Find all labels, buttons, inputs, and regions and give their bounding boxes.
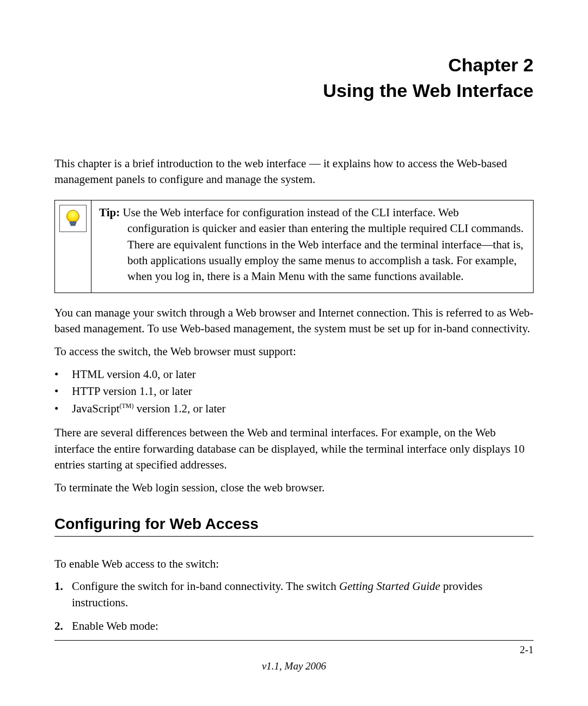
browser-requirements-list: HTML version 4.0, or later HTTP version … bbox=[54, 366, 534, 418]
tip-label: Tip: bbox=[99, 206, 120, 219]
list-item: HTTP version 1.1, or later bbox=[54, 383, 534, 400]
tip-box: Tip: Use the Web interface for configura… bbox=[54, 200, 534, 293]
section-heading: Configuring for Web Access bbox=[54, 515, 534, 533]
step1-italic: Getting Started Guide bbox=[339, 580, 440, 593]
svg-point-0 bbox=[67, 210, 79, 223]
lightbulb-icon bbox=[59, 205, 87, 232]
tip-content: Tip: Use the Web interface for configura… bbox=[91, 200, 533, 293]
version-info: v1.1, May 2006 bbox=[0, 660, 588, 672]
chapter-header: Chapter 2 Using the Web Interface bbox=[54, 54, 534, 101]
tip-first-line: Use the Web interface for configuration … bbox=[120, 206, 459, 219]
chapter-number: Chapter 2 bbox=[54, 54, 534, 76]
differences-paragraph: There are several differences between th… bbox=[54, 425, 534, 473]
tip-continuation: configuration is quicker and easier than… bbox=[99, 221, 525, 285]
js-suffix: version 1.2, or later bbox=[133, 402, 225, 415]
chapter-title: Using the Web Interface bbox=[54, 80, 534, 101]
list-item: HTML version 4.0, or later bbox=[54, 366, 534, 384]
section-rule bbox=[54, 536, 534, 537]
intro-paragraph: This chapter is a brief introduction to … bbox=[54, 156, 534, 188]
list-item: JavaScript(TM) version 1.2, or later bbox=[54, 400, 534, 418]
step-item: Configure the switch for in-band connect… bbox=[54, 579, 534, 611]
js-prefix: JavaScript bbox=[72, 402, 119, 415]
steps-list: Configure the switch for in-band connect… bbox=[54, 579, 534, 634]
page-number: 2-1 bbox=[520, 644, 534, 656]
web-management-paragraph: You can manage your switch through a Web… bbox=[54, 305, 534, 337]
step-item: Enable Web mode: bbox=[54, 618, 534, 634]
tip-icon-cell bbox=[55, 200, 91, 293]
tm-superscript: (TM) bbox=[119, 402, 133, 410]
enable-paragraph: To enable Web access to the switch: bbox=[54, 556, 534, 572]
browser-support-paragraph: To access the switch, the Web browser mu… bbox=[54, 344, 534, 360]
terminate-paragraph: To terminate the Web login session, clos… bbox=[54, 480, 534, 496]
step1-prefix: Configure the switch for in-band connect… bbox=[72, 580, 339, 593]
footer-separator bbox=[54, 640, 534, 641]
